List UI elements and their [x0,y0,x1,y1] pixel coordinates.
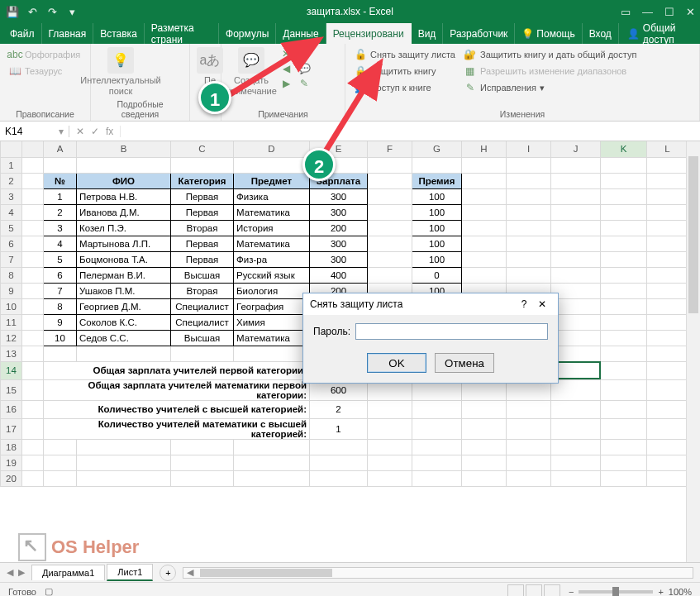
macro-record-icon[interactable]: ▢ [45,586,53,596]
tab-signin[interactable]: Вход [583,23,619,44]
group-label-proofing: Правописание [7,107,83,119]
share-button[interactable]: 👤Общий доступ [619,23,700,44]
redo-icon[interactable]: ↷ [45,4,60,19]
lightbulb-icon: 💡 [107,47,134,74]
ribbon-tabs: Файл Главная Вставка Разметка страни Фор… [0,23,700,44]
maximize-icon[interactable]: ☐ [664,6,674,18]
unlock-sheet-icon: 🔓 [354,48,367,61]
tab-data[interactable]: Данные [276,23,326,44]
protect-workbook-button[interactable]: 🔒Защитить книгу [352,64,457,79]
window-title: защита.xlsx - Excel [79,6,621,17]
sheet-tab-diagram1[interactable]: Диаграмма1 [31,565,105,580]
group-label-changes: Изменения [352,107,693,119]
fx-icon[interactable]: fx [106,126,113,137]
translate-icon: aあ [197,47,223,74]
normal-view-icon [507,584,524,597]
next-comment-icon[interactable]: ▶ [279,77,293,90]
edit-ranges-icon: ▦ [464,64,477,78]
tab-insert[interactable]: Вставка [93,23,145,44]
thesaurus-button[interactable]: 📖Тезаурус [7,64,82,79]
sheet-nav-prev-icon[interactable]: ◀ [7,567,13,578]
dialog-title: Снять защиту листа [310,298,515,310]
group-label-insights: Подробные сведения [98,98,183,119]
protect-and-share-button[interactable]: 🔐Защитить книгу и дать общий доступ [462,47,638,62]
tab-developer[interactable]: Разработчик [443,23,515,44]
save-icon[interactable]: 💾 [5,4,20,19]
share-icon: 👤 [627,28,640,40]
quick-access-toolbar: 💾 ↶ ↷ ▾ [5,4,79,19]
new-comment-button[interactable]: 💬Создать примечание [228,47,274,96]
lock-workbook-icon: 🔒 [354,64,367,78]
dialog-help-icon[interactable]: ? [515,298,533,310]
zoom-level[interactable]: 100% [669,587,692,597]
qat-dropdown-icon[interactable]: ▾ [64,4,79,19]
password-input[interactable] [355,323,548,340]
zoom-slider[interactable] [579,590,653,594]
window-controls: ▭ — ☐ ✕ [621,6,695,18]
allow-edit-ranges-button[interactable]: ▦Разрешить изменение диапазонов [462,64,638,79]
sheet-tab-bar: ◀▶ Диаграмма1 Лист1 + ◀ [0,562,700,582]
minimize-icon[interactable]: — [642,6,653,18]
prev-comment-icon[interactable]: ◀ [279,62,293,75]
status-ready: Готово [8,587,36,597]
chevron-down-icon[interactable]: ▾ [59,126,64,137]
sheet-nav-next-icon[interactable]: ▶ [18,567,25,578]
cursor-icon [18,533,46,561]
accept-formula-icon[interactable]: ✓ [91,126,99,137]
thesaurus-icon: 📖 [8,64,21,78]
tab-page-layout[interactable]: Разметка страни [145,23,219,44]
show-all-comments-icon[interactable]: 💬 [298,62,311,75]
cancel-formula-icon[interactable]: ✕ [76,126,84,137]
tab-view[interactable]: Вид [412,23,444,44]
spelling-button[interactable]: abcОрфография [7,47,82,62]
password-label: Пароль: [313,326,350,337]
page-break-view-icon [544,584,560,597]
spellcheck-icon: abc [8,48,21,61]
cancel-button[interactable]: Отмена [435,353,494,373]
close-icon[interactable]: ✕ [686,6,695,18]
track-changes-icon: ✎ [464,81,477,94]
sheet-tab-list1[interactable]: Лист1 [107,564,153,581]
ok-button[interactable]: OK [367,353,426,373]
tab-home[interactable]: Главная [42,23,94,44]
unprotect-sheet-dialog: Снять защиту листа ? ✕ Пароль: OK Отмена [302,293,559,384]
status-bar: Готово ▢ − + 100% [0,582,700,596]
tab-formulas[interactable]: Формулы [219,23,276,44]
show-comment-icon[interactable]: 💬 [298,47,311,60]
share-workbook-icon: 👥 [354,81,367,94]
show-ink-icon[interactable]: ✎ [298,77,311,90]
translate-button[interactable]: aあПе [197,47,223,86]
zoom-out-icon[interactable]: − [569,587,574,597]
tab-file[interactable]: Файл [3,23,42,44]
formula-bar: K14▾ ✕ ✓ fx [0,122,700,141]
add-sheet-button[interactable]: + [160,565,176,581]
title-bar: 💾 ↶ ↷ ▾ защита.xlsx - Excel ▭ — ☐ ✕ [0,0,700,23]
smart-lookup-button[interactable]: 💡Интеллектуальный поиск [98,47,144,96]
callout-1: 1 [198,81,231,114]
undo-icon[interactable]: ↶ [25,4,40,19]
dialog-close-icon[interactable]: ✕ [533,298,551,310]
tab-review[interactable]: Рецензировани [326,23,412,44]
unprotect-sheet-button[interactable]: 🔓Снять защиту листа [352,47,457,62]
help-icon: 💡 [521,28,534,40]
ribbon: abcОрфография 📖Тезаурус Правописание 💡Ин… [0,44,700,122]
vertical-scrollbar[interactable] [686,141,700,562]
scroll-left-icon[interactable]: ◀ [183,567,197,578]
horizontal-scrollbar[interactable]: ◀ [183,567,693,579]
page-layout-view-icon [526,584,542,597]
zoom-in-icon[interactable]: + [658,587,663,597]
name-box[interactable]: K14▾ [0,126,69,137]
watermark-logo: OS Helper [18,533,139,561]
tab-help[interactable]: 💡Помощь [515,23,582,44]
comment-icon: 💬 [238,47,264,74]
track-changes-button[interactable]: ✎Исправления ▾ [462,80,638,95]
share-workbook-button[interactable]: 👥Доступ к книге [352,80,457,95]
delete-comment-icon[interactable]: ✕ [279,47,293,60]
group-label-comments: Примечания [228,107,338,119]
ribbon-options-icon[interactable]: ▭ [621,6,631,18]
callout-2: 2 [302,148,336,181]
protect-share-icon: 🔐 [464,48,477,61]
view-buttons[interactable] [506,584,560,597]
